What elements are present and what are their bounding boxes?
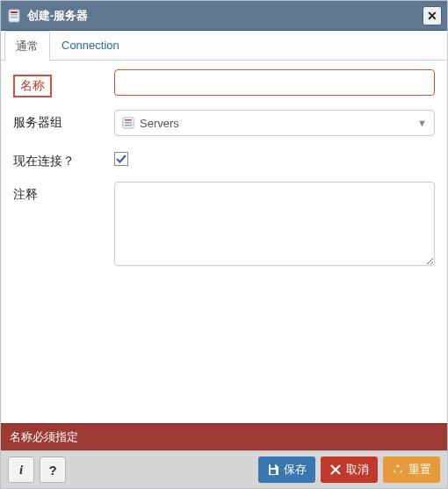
help-button[interactable]: ? — [40, 457, 66, 483]
row-name: 名称 — [13, 69, 435, 97]
help-icon: ? — [48, 463, 56, 478]
server-group-field-wrap: Servers ▼ — [114, 110, 435, 136]
servers-icon — [122, 117, 134, 129]
svg-rect-6 — [125, 122, 132, 124]
row-connect-now: 现在连接？ — [13, 148, 435, 169]
dialog-title: 创建-服务器 — [27, 8, 423, 24]
reset-button[interactable]: 重置 — [383, 457, 440, 483]
cancel-button[interactable]: 取消 — [321, 457, 378, 483]
name-label-wrap: 名称 — [13, 69, 114, 97]
tab-general-label: 通常 — [16, 40, 39, 53]
svg-rect-3 — [11, 17, 18, 18]
name-label: 名称 — [13, 75, 52, 97]
close-icon: ✕ — [427, 10, 437, 22]
create-server-dialog: 创建-服务器 ✕ 通常 Connection 名称 — [0, 0, 448, 489]
name-field-wrap — [114, 69, 435, 96]
server-group-value: Servers — [140, 117, 417, 130]
save-button[interactable]: 保存 — [258, 457, 315, 483]
svg-rect-2 — [11, 14, 18, 16]
server-group-label: 服务器组 — [13, 110, 114, 131]
row-comment: 注释 — [13, 182, 435, 269]
dialog-titlebar: 创建-服务器 ✕ — [1, 1, 447, 31]
general-tab-panel: 名称 服务器组 Servers ▼ — [1, 61, 447, 423]
svg-rect-8 — [271, 464, 275, 468]
cancel-button-label: 取消 — [346, 462, 369, 478]
error-message: 名称必须指定 — [10, 430, 78, 443]
chevron-down-icon: ▼ — [417, 118, 427, 128]
info-button[interactable]: i — [8, 457, 34, 483]
check-icon — [116, 154, 126, 164]
connect-now-field-wrap — [114, 148, 435, 167]
connect-now-checkbox[interactable] — [114, 152, 128, 166]
svg-rect-7 — [125, 125, 132, 126]
cancel-icon — [329, 464, 342, 476]
tab-connection[interactable]: Connection — [50, 31, 131, 61]
comment-field-wrap — [114, 182, 435, 269]
server-icon — [8, 9, 20, 23]
svg-rect-5 — [125, 119, 132, 121]
server-group-select[interactable]: Servers ▼ — [114, 110, 435, 136]
dialog-content: 通常 Connection 名称 服务器组 — [1, 31, 447, 423]
info-icon: i — [19, 463, 23, 478]
comment-textarea[interactable] — [114, 182, 435, 266]
connect-now-label: 现在连接？ — [13, 148, 114, 169]
name-input[interactable] — [114, 69, 435, 96]
comment-label: 注释 — [13, 182, 114, 203]
tab-connection-label: Connection — [61, 39, 119, 52]
save-icon — [267, 464, 279, 476]
recycle-icon — [392, 464, 404, 476]
close-button[interactable]: ✕ — [423, 6, 442, 25]
tab-bar: 通常 Connection — [1, 31, 447, 61]
row-server-group: 服务器组 Servers ▼ — [13, 110, 435, 136]
svg-rect-1 — [11, 11, 18, 13]
tab-general[interactable]: 通常 — [4, 31, 50, 61]
reset-button-label: 重置 — [408, 462, 431, 478]
dialog-footer: i ? 保存 取消 重置 — [1, 450, 447, 488]
save-button-label: 保存 — [284, 462, 307, 478]
error-bar: 名称必须指定 — [1, 423, 447, 450]
svg-rect-9 — [271, 470, 276, 474]
